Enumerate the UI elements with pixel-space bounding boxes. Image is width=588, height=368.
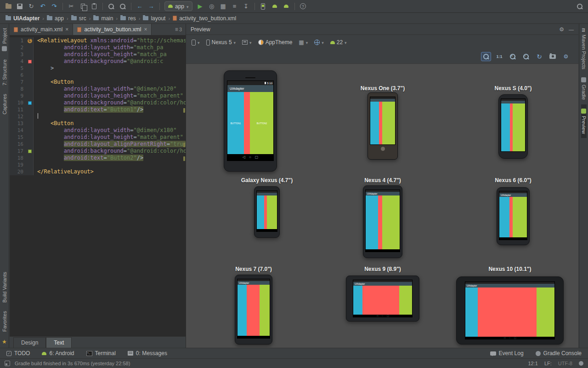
sidebar-item-maven[interactable]: mMaven Projects: [580, 24, 587, 73]
close-icon[interactable]: ×: [144, 27, 147, 32]
help-icon[interactable]: ?: [298, 1, 309, 12]
preview-canvas[interactable]: Nexus One (3.7") Nexus S (4.0") Galaxy N…: [186, 63, 578, 348]
api-level-selector[interactable]: 22: [330, 39, 347, 46]
code-line[interactable]: 6: [10, 72, 186, 79]
toolwindow-terminal[interactable]: Terminal: [86, 350, 116, 356]
code-line[interactable]: 2 android:layout_width="match_pa: [10, 44, 186, 51]
tab-design[interactable]: Design: [13, 337, 46, 348]
hide-panel-icon[interactable]: [569, 26, 574, 33]
code-line[interactable]: 19: [10, 161, 186, 168]
code-line[interactable]: 7 <Button: [10, 79, 186, 86]
sidebar-item-structure[interactable]: 7: Structure: [2, 55, 7, 90]
sidebar-item-project[interactable]: Project: [2, 24, 7, 55]
code-line[interactable]: 11 android:text="Button1"/>: [10, 106, 186, 113]
zoom-out-button[interactable]: −: [521, 52, 531, 61]
device-preview-nexus-s[interactable]: UIAdapter: [498, 94, 528, 159]
device-preview-galaxy-nexus[interactable]: UIAdapter: [254, 186, 280, 238]
code-line[interactable]: 1C<RelativeLayout xmlns:android="http://…: [10, 37, 186, 44]
zoom-in-button[interactable]: +: [508, 52, 518, 61]
sidebar-item-preview[interactable]: Preview: [581, 104, 587, 138]
sync-project-icon[interactable]: [269, 1, 280, 12]
open-icon[interactable]: [3, 1, 14, 12]
search-everywhere-icon[interactable]: [574, 1, 585, 12]
avd-manager-icon[interactable]: [258, 1, 269, 12]
device-preview-nexus-9[interactable]: UIAdapter: [346, 276, 419, 322]
code-line[interactable]: 12: [10, 113, 186, 120]
profiler-icon[interactable]: ≡: [229, 1, 240, 12]
code-line[interactable]: 20</RelativeLayout>: [10, 168, 186, 175]
redo-icon[interactable]: ↷: [49, 1, 60, 12]
forward-icon[interactable]: →: [146, 1, 157, 12]
highlight-stripe-mark[interactable]: [183, 143, 185, 147]
code-lines[interactable]: 1C<RelativeLayout xmlns:android="http://…: [10, 35, 186, 336]
breadcrumb-file[interactable]: activity_two_button.xml: [172, 15, 237, 22]
screenshot-button[interactable]: [548, 52, 558, 61]
breadcrumb-app[interactable]: app: [46, 15, 65, 22]
gear-icon[interactable]: [559, 26, 564, 33]
device-preview-nexus-6[interactable]: UIAdapter: [497, 187, 530, 245]
sidebar-item-build-variants[interactable]: Build Variants: [2, 268, 7, 307]
device-preview-nexus-10[interactable]: UIAdapter: [456, 276, 564, 345]
back-icon[interactable]: ←: [134, 1, 145, 12]
code-line[interactable]: 13 <Button: [10, 120, 186, 127]
tab-text[interactable]: Text: [46, 337, 72, 348]
code-line[interactable]: 14 android:layout_width="@dimen/x180": [10, 127, 186, 134]
caret-position[interactable]: 12:1: [528, 361, 538, 366]
breadcrumb-src[interactable]: src: [70, 15, 87, 22]
refresh-button[interactable]: [534, 52, 544, 61]
coverage-icon[interactable]: ▦: [218, 1, 229, 12]
device-preview-nexus-5[interactable]: 5:10 UIAdapter BUTTON1 BUTTON2: [224, 70, 277, 172]
code-line[interactable]: 4 android:background="@android:c: [10, 58, 186, 65]
device-selector[interactable]: Nexus 5: [206, 39, 236, 46]
orientation-selector[interactable]: [192, 39, 200, 46]
paste-icon[interactable]: [89, 1, 100, 12]
undo-icon[interactable]: ↶: [37, 1, 48, 12]
sidebar-item-favorites[interactable]: Favorites: [2, 307, 7, 336]
code-line[interactable]: 15 android:layout_height="match_parent": [10, 134, 186, 141]
sync-icon[interactable]: ↻: [26, 1, 37, 12]
breadcrumb-project[interactable]: UIAdapter: [5, 15, 40, 22]
zoom-actual-button[interactable]: 1:1: [494, 52, 504, 61]
copy-icon[interactable]: [77, 1, 88, 12]
device-preview-nexus-7[interactable]: UIAdapter: [235, 275, 272, 345]
close-icon[interactable]: ×: [65, 27, 68, 32]
file-encoding[interactable]: UTF-8: [558, 361, 572, 366]
cut-icon[interactable]: ✂: [66, 1, 77, 12]
debug-icon[interactable]: ◎: [206, 1, 217, 12]
highlight-stripe-mark[interactable]: [183, 108, 185, 113]
zoom-fit-button[interactable]: [481, 52, 491, 61]
inspections-icon[interactable]: [579, 361, 583, 366]
code-line[interactable]: 18 android:text="Button2"/>: [10, 155, 186, 161]
code-line[interactable]: 3 android:layout_height="match_pa: [10, 51, 186, 58]
run-config-selector[interactable]: app: [164, 1, 192, 11]
sidebar-item-captures[interactable]: Captures: [2, 90, 7, 119]
save-all-icon[interactable]: [14, 1, 25, 12]
find-icon[interactable]: [106, 1, 117, 12]
attach-debugger-icon[interactable]: ↧: [241, 1, 252, 12]
toolwindow-todo[interactable]: TODO: [6, 350, 30, 356]
preview-settings-button[interactable]: [561, 52, 571, 61]
line-separator[interactable]: LF:: [544, 361, 552, 366]
sidebar-item-gradle[interactable]: Gradle: [581, 73, 587, 104]
breadcrumb-main[interactable]: main: [92, 15, 114, 22]
replace-icon[interactable]: [117, 1, 128, 12]
code-line[interactable]: 16 android:layout_alignParentRight="true…: [10, 141, 186, 148]
toolwindow-switcher-icon[interactable]: [5, 361, 10, 366]
sdk-manager-icon[interactable]: [281, 1, 292, 12]
activity-selector[interactable]: [299, 39, 308, 46]
tab-activity-main[interactable]: activity_main.xml ×: [10, 24, 73, 35]
toolwindow-messages[interactable]: 0: Messages: [128, 350, 167, 356]
run-button[interactable]: ▶: [195, 1, 206, 12]
device-preview-nexus-one[interactable]: UIAdapter: [368, 92, 398, 160]
device-preview-nexus-4[interactable]: UIAdapter: [363, 185, 402, 258]
toolwindow-event-log[interactable]: Event Log: [490, 350, 524, 356]
code-line[interactable]: 8 android:layout_width="@dimen/x120": [10, 86, 186, 92]
code-line[interactable]: 17 android:background="@android:color/ho…: [10, 148, 186, 155]
code-line[interactable]: 5 >: [10, 65, 186, 72]
toolwindow-android[interactable]: 6: Android: [42, 350, 74, 356]
toolwindow-gradle-console[interactable]: Gradle Console: [536, 350, 582, 356]
tab-list-button[interactable]: 3: [171, 24, 186, 35]
breadcrumb-res[interactable]: res: [119, 15, 137, 22]
locale-selector[interactable]: [314, 39, 324, 46]
highlight-stripe-mark[interactable]: [183, 156, 185, 161]
